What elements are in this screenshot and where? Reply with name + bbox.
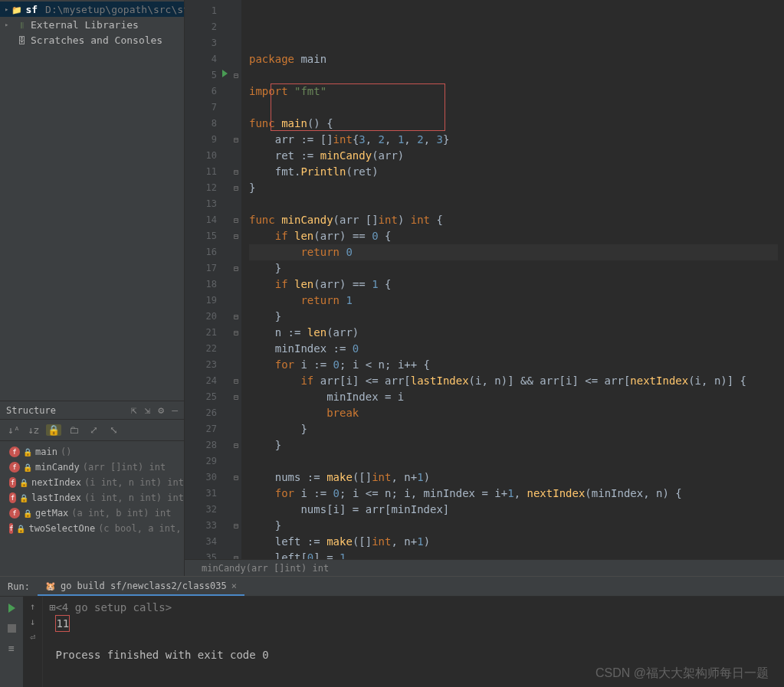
code-line[interactable]: import "fmt" (249, 83, 778, 100)
code-line[interactable]: return 0 (249, 244, 778, 260)
code-line[interactable]: } (249, 260, 778, 276)
go-icon (45, 581, 56, 591)
function-icon: f (9, 462, 20, 473)
code-line[interactable]: arr := []int{3, 2, 1, 2, 3} (249, 132, 778, 148)
structure-item[interactable]: f🔒main() (0, 444, 184, 460)
structure-list[interactable]: f🔒main()f🔒minCandy(arr []int) intf🔒nextI… (0, 441, 184, 539)
function-icon: f (9, 523, 13, 534)
code-line[interactable]: minIndex = i (249, 389, 778, 405)
code-line[interactable]: fmt.Println(ret) (249, 164, 778, 180)
lock-icon: 🔒 (23, 463, 32, 472)
lock-icon: 🔒 (16, 525, 25, 533)
function-icon: f (9, 508, 20, 519)
lock-icon: 🔒 (23, 448, 32, 456)
rerun-button[interactable] (5, 601, 18, 615)
lock-icon[interactable]: 🔒 (46, 424, 61, 436)
external-libraries[interactable]: ▸ External Libraries (0, 17, 184, 32)
run-label: Run: (0, 581, 38, 592)
code-line[interactable]: package main (249, 51, 778, 67)
sort-za-icon[interactable]: ↓ᴬ (6, 424, 21, 436)
code-line[interactable]: minIndex := 0 (249, 341, 778, 357)
structure-item[interactable]: f🔒lastIndex(i int, n int) int (0, 490, 184, 505)
structure-header: Structure ⇱ ⇲ ⚙ — (0, 401, 184, 420)
structure-item[interactable]: f🔒nextIndex(i int, n int) int (0, 475, 184, 490)
library-icon (15, 19, 28, 31)
console[interactable]: ⊞<4 go setup calls> 11 Process finished … (43, 597, 784, 687)
exit-message: Process finished with exit code 0 (55, 649, 268, 661)
stop-button[interactable] (5, 621, 18, 635)
code-line[interactable]: nums := make([]int, n+1) (249, 469, 778, 486)
project-path: D:\mysetup\gopath\src\sf (45, 4, 189, 15)
structure-toolbar: ↓ᴬ ↓ᴢ 🔒 🗀 ⤢ ⤡ (0, 420, 184, 441)
code-line[interactable] (249, 67, 778, 83)
code-line[interactable]: for i := 0; i < n; i++ { (249, 357, 778, 373)
project-root[interactable]: ▸ sf D:\mysetup\gopath\src\sf (0, 2, 184, 17)
autoscroll-icon[interactable]: ⤢ (86, 424, 101, 436)
code-line[interactable]: func main() { (249, 116, 778, 132)
code-line[interactable]: n := len(arr) (249, 325, 778, 341)
folder-icon[interactable]: 🗀 (66, 424, 81, 436)
lock-icon: 🔒 (19, 479, 28, 487)
chevron-right-icon[interactable]: ▸ (5, 5, 8, 13)
code-line[interactable]: } (249, 309, 778, 325)
function-icon: f (9, 447, 20, 457)
structure-item[interactable]: f🔒minCandy(arr []int) int (0, 460, 184, 475)
wrap-icon[interactable]: ⏎ (30, 632, 35, 643)
breadcrumb[interactable]: minCandy(arr []int) int (185, 559, 784, 576)
code-line[interactable]: if len(arr) == 0 { (249, 228, 778, 244)
structure-item[interactable]: f🔒twoSelectOne(c bool, a int, b int) (0, 521, 184, 536)
code-line[interactable]: } (249, 437, 778, 453)
hide-icon[interactable]: — (172, 404, 178, 416)
watermark: CSDN @福大大架构师每日一题 (595, 666, 769, 681)
code-line[interactable]: } (249, 518, 778, 534)
sort-az-icon[interactable]: ↓ᴢ (26, 424, 41, 436)
structure-item[interactable]: f🔒getMax(a int, b int) int (0, 505, 184, 521)
code-line[interactable]: left := make([]int, n+1) (249, 534, 778, 550)
autoscroll-from-icon[interactable]: ⤡ (106, 424, 121, 436)
fold-column[interactable]: ⊟⊟⊟⊟⊟⊟⊟⊟⊟⊟⊟⊟⊟⊟⊟ (231, 0, 241, 559)
run-tab[interactable]: go build sf/newclass2/class035 × (38, 577, 244, 596)
project-tree[interactable]: ▸ sf D:\mysetup\gopath\src\sf ▸ External… (0, 0, 184, 401)
run-tabs: Run: go build sf/newclass2/class035 × (0, 577, 784, 597)
run-toolbar: ≡ (0, 597, 23, 687)
run-nav: ↑ ↓ ⏎ (23, 597, 43, 687)
code-line[interactable]: ret := minCandy(arr) (249, 148, 778, 164)
lock-icon: 🔒 (23, 509, 32, 518)
run-gutter-icon[interactable] (222, 70, 228, 77)
code-line[interactable]: nums[i] = arr[minIndex] (249, 502, 778, 518)
code-line[interactable] (249, 100, 778, 116)
gutter[interactable]: 1234567891011121314151617181920212223242… (185, 0, 231, 559)
code-line[interactable]: } (249, 180, 778, 196)
setup-calls: <4 go setup calls> (55, 601, 172, 613)
down-icon[interactable]: ↓ (30, 617, 35, 627)
run-tab-label: go build sf/newclass2/class035 (61, 581, 227, 591)
code-line[interactable]: } (249, 421, 778, 437)
function-icon: f (9, 492, 16, 503)
lock-icon: 🔒 (19, 494, 28, 502)
expand-icon[interactable]: ⇲ (145, 404, 151, 416)
code-line[interactable]: for i := 0; i <= n; i, minIndex = i+1, n… (249, 486, 778, 502)
code-line[interactable]: if arr[i] <= arr[lastIndex(i, n)] && arr… (249, 373, 778, 389)
chevron-right-icon[interactable]: ▸ (5, 21, 12, 28)
code-line[interactable]: return 1 (249, 293, 778, 309)
collapse-icon[interactable]: ⇱ (131, 404, 137, 416)
layout-button[interactable]: ≡ (5, 641, 18, 655)
scratches-consoles[interactable]: Scratches and Consoles (0, 32, 184, 47)
code-line[interactable]: left[0] = 1 (249, 550, 778, 559)
structure-title: Structure (6, 405, 56, 416)
project-name: sf (25, 4, 38, 15)
close-icon[interactable]: × (231, 581, 237, 591)
console-output: 11 (55, 615, 70, 632)
code-line[interactable]: func minCandy(arr []int) int { (249, 212, 778, 228)
folder-icon (11, 4, 22, 15)
run-panel: Run: go build sf/newclass2/class035 × ≡ … (0, 576, 784, 687)
code-line[interactable]: break (249, 405, 778, 421)
code-area[interactable]: package mainimport "fmt"func main() { ar… (241, 0, 784, 559)
code-line[interactable] (249, 196, 778, 212)
code-line[interactable] (249, 453, 778, 469)
up-icon[interactable]: ↑ (30, 601, 35, 612)
scratch-icon (15, 34, 28, 46)
code-line[interactable]: if len(arr) == 1 { (249, 276, 778, 293)
editor[interactable]: 1234567891011121314151617181920212223242… (185, 0, 784, 559)
gear-icon[interactable]: ⚙ (158, 404, 164, 416)
